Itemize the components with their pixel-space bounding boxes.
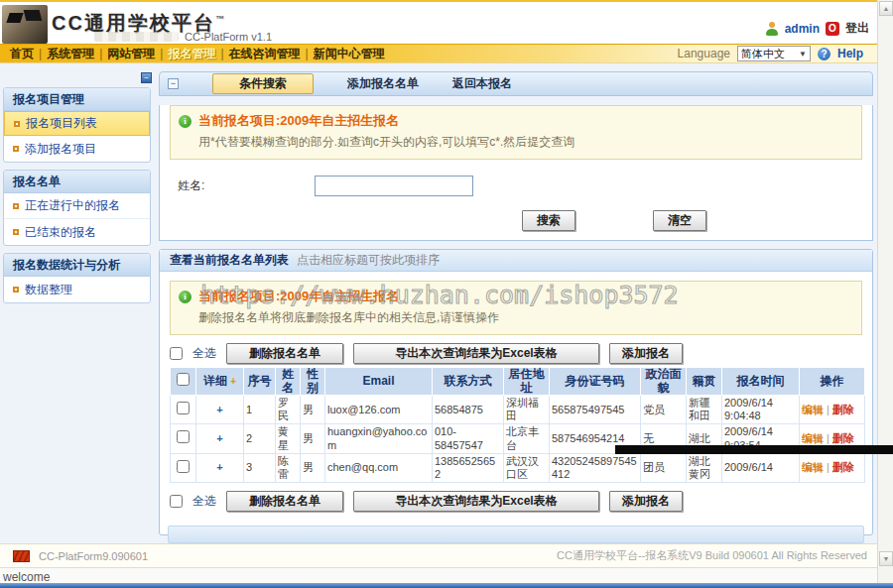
cell-gender: 男 [301,453,325,482]
add-enrollment-button[interactable]: 添加报名 [609,491,683,512]
sidebar-item-finished[interactable]: 已结束的报名 [4,219,150,245]
nav-item-website[interactable]: 网站管理 [102,46,160,62]
username-text: admin [785,22,820,36]
trademark-mark: ™ [215,14,224,24]
delete-roster-button[interactable]: 删除报名名单 [226,491,343,512]
row-checkbox[interactable] [177,402,190,414]
top-toolbar: 全选 删除报名名单 导出本次查询结果为Excel表格 添加报名 [170,343,862,364]
nav-menu: 首页 | 系统管理 | 网站管理 | 报名管理 | 在线咨询管理 | 新闻中心管… [0,46,390,62]
scroll-up-icon[interactable]: ▲ [879,1,893,16]
logout-link[interactable]: 登出 [845,20,869,37]
info-icon: i [179,115,191,128]
list-section-header: 查看当前报名名单列表 点击相应标题可按此项排序 [160,250,872,272]
cell-address: 武汉汉口区 [504,453,550,482]
col-name[interactable]: 姓名 [276,368,301,396]
select-all-checkbox[interactable] [170,495,183,508]
nav-item-consult[interactable]: 在线咨询管理 [224,46,306,62]
roster-table: 详细 + 序号 姓名 性别 Email 联系方式 居住地址 身份证号码 政治面貌… [170,367,865,483]
edit-link[interactable]: 编辑 [802,432,824,444]
col-id-number[interactable]: 身份证号码 [550,368,641,396]
row-checkbox[interactable] [177,460,190,473]
delete-roster-button[interactable]: 删除报名名单 [226,343,343,364]
export-excel-button[interactable]: 导出本次查询结果为Excel表格 [353,491,599,512]
language-select[interactable]: 简体中文▼ [737,46,811,61]
col-political[interactable]: 政治面貌 [641,368,687,396]
col-label: 详细 [203,374,227,388]
name-input[interactable] [315,176,473,196]
add-enrollment-button[interactable]: 添加报名 [609,343,683,364]
bottom-toolbar: 全选 删除报名名单 导出本次查询结果为Excel表格 添加报名 [170,491,862,512]
scroll-down-icon[interactable]: ▼ [879,551,893,566]
expand-row-icon[interactable]: + [216,432,222,444]
delete-link[interactable]: 删除 [832,432,854,444]
col-address[interactable]: 居住地址 [504,368,550,396]
expand-row-icon[interactable]: + [216,404,222,415]
col-gender[interactable]: 性别 [301,368,325,396]
footer-logo-icon [13,550,30,562]
col-phone[interactable]: 联系方式 [433,368,504,396]
bullet-icon [13,203,19,209]
cell-gender: 男 [301,424,325,453]
action-separator: | [827,461,829,473]
edit-link[interactable]: 编辑 [802,461,824,473]
col-detail[interactable]: 详细 + [196,368,244,396]
panel-collapse-icon[interactable]: − [168,78,179,89]
sidebar-item-project-list[interactable]: 报名项目列表 [4,111,150,136]
logo-photo [2,5,48,44]
bullet-icon [13,146,19,152]
sidebar-item-label: 添加报名项目 [25,141,96,158]
nav-item-news[interactable]: 新闻中心管理 [309,46,390,62]
col-native-place[interactable]: 籍贯 [687,368,722,396]
user-icon [765,22,779,36]
bottom-blue-strip [0,583,893,588]
edit-link[interactable]: 编辑 [802,404,824,415]
sort-icon: + [230,376,236,387]
col-email[interactable]: Email [325,368,433,396]
cell-name: 黄星 [276,424,301,453]
sidebar-item-add-project[interactable]: 添加报名项目 [4,136,150,162]
nav-item-home[interactable]: 首页 [5,46,39,62]
sidebar-collapse-icon[interactable]: − [141,72,152,83]
row-checkbox[interactable] [177,430,190,443]
export-excel-button[interactable]: 导出本次查询结果为Excel表格 [353,343,599,364]
cell-name: 陈雷 [276,453,301,482]
cell-actions: 编辑 | 删除 [800,396,865,424]
list-section-hint: 点击相应标题可按此项排序 [297,252,440,269]
tab-back-to-enrollment[interactable]: 返回本报名 [452,75,512,92]
nav-right-tools: Language 简体中文▼ ? Help [678,46,893,61]
header-select-all-checkbox[interactable] [177,373,190,386]
tab-add-roster[interactable]: 添加报名名单 [347,75,419,92]
select-all-checkbox[interactable] [170,347,183,360]
table-row: + 3 陈雷 男 chen@qq.com 13856525652 武汉汉口区 4… [171,453,865,482]
sidebar-header-project-mgmt: 报名项目管理 [4,88,150,111]
col-enroll-time[interactable]: 报名时间 [722,368,800,396]
top-header: CC通用学校平台™ CC-PlatForm v1.1 admin O 登出 [0,0,893,44]
tab-condition-search[interactable]: 条件搜索 [212,73,314,94]
status-bar: welcome [0,567,893,583]
delete-link[interactable]: 删除 [832,461,854,473]
help-icon[interactable]: ? [818,48,830,60]
current-project-title: 当前报名项目:2009年自主招生报名 [198,112,399,130]
bullet-icon [14,121,20,127]
expand-row-icon[interactable]: + [216,461,222,473]
table-row: + 1 罗民 男 luox@126.com 56854875 深圳福田 5658… [171,396,865,424]
redaction-bar [615,445,893,454]
search-button[interactable]: 搜索 [522,210,575,231]
sidebar-panel-stats: 报名数据统计与分析 数据整理 [3,253,151,303]
nav-item-system[interactable]: 系统管理 [42,46,99,62]
vertical-scrollbar[interactable]: ▲ ▼ [877,0,893,583]
delete-warning-text: 删除报名名单将彻底删除报名库中的相关信息,请谨慎操作 [198,309,853,326]
col-seq[interactable]: 序号 [244,368,276,396]
language-label: Language [678,47,730,60]
sidebar-item-data-cleanup[interactable]: 数据整理 [4,277,150,302]
chevron-down-icon: ▼ [799,50,807,59]
help-link[interactable]: Help [837,47,863,60]
cell-phone: 010-58457547 [433,424,504,453]
clear-button[interactable]: 清空 [653,210,706,231]
nav-item-enrollment[interactable]: 报名管理 [163,46,220,62]
delete-link[interactable]: 删除 [832,404,854,415]
cell-native-place: 湖北黄冈 [687,453,722,482]
logout-icon[interactable]: O [826,22,839,36]
sidebar-item-ongoing[interactable]: 正在进行中的报名 [4,193,150,219]
logo-decor-icons [94,32,179,42]
